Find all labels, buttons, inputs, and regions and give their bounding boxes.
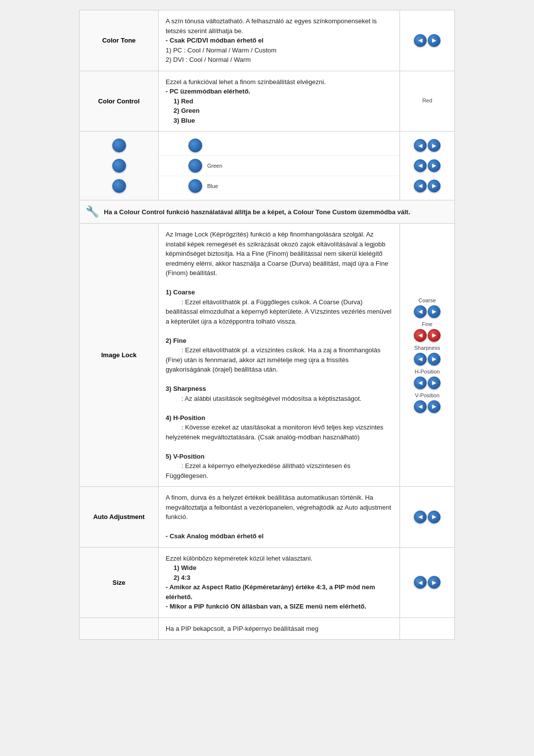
blue-btn-pair: ◀ ▶ <box>414 180 441 192</box>
red-left-knob <box>112 139 126 152</box>
size-controls: ◀ ▶ <box>400 548 454 617</box>
green-prev-button[interactable]: ◀ <box>414 159 427 172</box>
size-prev-button[interactable]: ◀ <box>414 576 427 589</box>
auto-adjustment-row: Auto Adjustment A finom, durva és a hely… <box>80 487 454 548</box>
color-tone-row: Color Tone A szín tónusa változtatható. … <box>80 10 454 71</box>
auto-adjustment-label: Auto Adjustment <box>80 487 159 547</box>
blue-center-knob <box>188 179 202 193</box>
color-tone-content: A szín tónusa változtatható. A felhaszná… <box>159 10 400 71</box>
fine-prev-button[interactable]: ◀ <box>414 329 427 342</box>
blue-next-button[interactable]: ▶ <box>428 180 441 192</box>
blue-color-row: Blue <box>159 176 400 196</box>
green-color-row: Green <box>159 156 400 176</box>
color-tone-btn-pair: ◀ ▶ <box>414 34 441 47</box>
color-right-controls: ◀ ▶ ◀ ▶ ◀ ▶ <box>400 132 454 200</box>
color-tone-controls: ◀ ▶ <box>400 10 454 71</box>
size-row: Size Ezzel különbözo képméretek közül le… <box>80 548 454 618</box>
sharpness-prev-button[interactable]: ◀ <box>414 353 427 366</box>
red-prev-button[interactable]: ◀ <box>414 139 427 152</box>
vposition-prev-button[interactable]: ◀ <box>414 400 427 413</box>
color-control-row: Color Control Ezzel a funkcióval lehet a… <box>80 71 454 132</box>
vposition-next-button[interactable]: ▶ <box>428 400 441 413</box>
pip-content: Ha a PIP bekapcsolt, a PIP-képernyo beál… <box>159 618 400 640</box>
color-left-knobs <box>80 132 159 200</box>
green-center-knob <box>188 159 202 173</box>
red-btn-pair: ◀ ▶ <box>414 139 441 152</box>
hposition-next-button[interactable]: ▶ <box>428 377 441 389</box>
main-page: Color Tone A szín tónusa változtatható. … <box>79 10 455 640</box>
green-btn-pair: ◀ ▶ <box>414 159 441 172</box>
color-sliders-row: Green Blue ◀ ▶ ◀ ▶ ◀ ▶ <box>80 132 454 200</box>
hposition-btn-pair: ◀ ▶ <box>414 377 441 389</box>
auto-adjustment-next-button[interactable]: ▶ <box>428 511 441 523</box>
fine-control-group: Fine ◀ ▶ <box>414 321 441 342</box>
red-next-button[interactable]: ▶ <box>428 139 441 152</box>
color-tone-prev-button[interactable]: ◀ <box>414 34 427 47</box>
hposition-control-group: H-Position ◀ ▶ <box>414 369 441 389</box>
warning-row: 🔧 Ha a Colour Control funkció használatá… <box>80 200 454 224</box>
green-next-button[interactable]: ▶ <box>428 159 441 172</box>
blue-prev-button[interactable]: ◀ <box>414 180 427 192</box>
warning-icon: 🔧 <box>86 205 99 218</box>
pip-controls <box>400 618 454 640</box>
coarse-btn-pair: ◀ ▶ <box>414 305 441 318</box>
color-center-section: Green Blue <box>159 132 400 200</box>
size-label: Size <box>80 548 159 617</box>
color-control-label: Color Control <box>80 71 159 132</box>
fine-btn-pair: ◀ ▶ <box>414 329 441 342</box>
color-control-controls: Red <box>400 71 454 132</box>
size-content: Ezzel különbözo képméretek közül lehet v… <box>159 548 400 617</box>
red-color-row <box>159 136 400 156</box>
auto-adjustment-controls: ◀ ▶ <box>400 487 454 547</box>
auto-adjustment-content: A finom, durva és a helyzet értékek beál… <box>159 487 400 547</box>
blue-left-knob <box>112 179 126 193</box>
coarse-control-group: Coarse ◀ ▶ <box>414 297 441 318</box>
coarse-next-button[interactable]: ▶ <box>428 305 441 318</box>
image-lock-row: Image Lock Az Image Lock (Képrögzítés) f… <box>80 224 454 487</box>
green-left-knob <box>112 159 126 173</box>
pip-row: Ha a PIP bekapcsolt, a PIP-képernyo beál… <box>80 618 454 640</box>
color-tone-next-button[interactable]: ▶ <box>428 34 441 47</box>
sharpness-btn-pair: ◀ ▶ <box>414 353 441 366</box>
image-lock-content: Az Image Lock (Képrögzítés) funkció a ké… <box>159 224 400 486</box>
vposition-control-group: V-Position ◀ ▶ <box>414 392 441 413</box>
size-btn-pair: ◀ ▶ <box>414 576 441 589</box>
vposition-btn-pair: ◀ ▶ <box>414 400 441 413</box>
color-control-content: Ezzel a funkcióval lehet a finom színbeá… <box>159 71 400 132</box>
fine-next-button[interactable]: ▶ <box>428 329 441 342</box>
red-center-knob <box>188 139 202 152</box>
auto-adjustment-btn-pair: ◀ ▶ <box>414 511 441 523</box>
sharpness-control-group: Sharpness ◀ ▶ <box>414 345 441 366</box>
auto-adjustment-prev-button[interactable]: ◀ <box>414 511 427 523</box>
size-next-button[interactable]: ▶ <box>428 576 441 589</box>
hposition-prev-button[interactable]: ◀ <box>414 377 427 389</box>
color-tone-label: Color Tone <box>80 10 159 71</box>
sharpness-next-button[interactable]: ▶ <box>428 353 441 366</box>
image-lock-controls: Coarse ◀ ▶ Fine ◀ ▶ Sharpness ◀ ▶ <box>400 224 454 486</box>
pip-label <box>80 618 159 640</box>
image-lock-label: Image Lock <box>80 224 159 486</box>
coarse-prev-button[interactable]: ◀ <box>414 305 427 318</box>
